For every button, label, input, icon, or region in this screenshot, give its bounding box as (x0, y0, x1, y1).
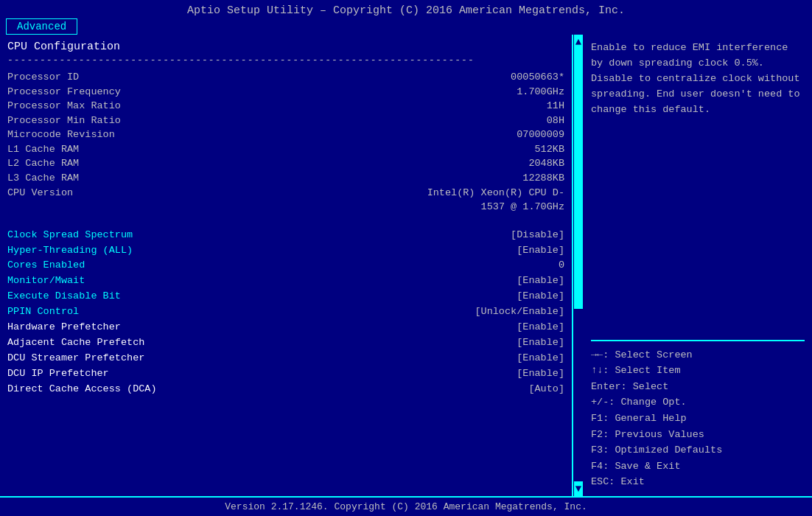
clock-spread-label: Clock Spread Spectrum (7, 228, 214, 243)
hw-prefetcher-row[interactable]: Hardware Prefetcher [Enable] (7, 320, 564, 335)
l2-cache-value: 2048KB (528, 156, 564, 171)
cpu-version-row: CPU Version Intel(R) Xeon(R) CPU D-1537 … (7, 186, 564, 215)
bottom-bar: Version 2.17.1246. Copyright (C) 2016 Am… (0, 496, 812, 516)
processor-max-value: 11H (547, 99, 564, 114)
tab-row: Advanced (0, 17, 812, 35)
dcu-ip-label: DCU IP Prefetcher (7, 366, 214, 382)
l1-cache-value: 512KB (534, 142, 564, 157)
adj-cache-row[interactable]: Adjacent Cache Prefetch [Enable] (7, 335, 564, 351)
cores-enabled-row[interactable]: Cores Enabled 0 (7, 258, 564, 273)
l3-cache-row: L3 Cache RAM 12288KB (7, 171, 564, 186)
clock-spread-value: [Disable] (511, 228, 564, 243)
scroll-up-button[interactable]: ▲ (574, 35, 583, 49)
hyper-threading-row[interactable]: Hyper-Threading (ALL) [Enable] (7, 243, 564, 259)
key-esc: ESC: Exit (591, 474, 805, 490)
processor-min-value: 08H (547, 114, 564, 128)
title-bar: Aptio Setup Utility – Copyright (C) 2016… (0, 0, 812, 17)
dcu-streamer-label: DCU Streamer Prefetcher (7, 351, 214, 366)
cores-enabled-value: 0 (559, 258, 564, 273)
separator: ----------------------------------------… (7, 55, 564, 66)
l3-cache-label: L3 Cache RAM (7, 171, 155, 186)
key-f1: F1: General Help (591, 411, 805, 427)
hyper-threading-label: Hyper-Threading (ALL) (7, 243, 214, 259)
monitor-mwait-value: [Enable] (517, 273, 564, 289)
direct-cache-value: [Auto] (528, 382, 564, 397)
l2-cache-label: L2 Cache RAM (7, 156, 155, 171)
execute-disable-row[interactable]: Execute Disable Bit [Enable] (7, 289, 564, 304)
adj-cache-label: Adjacent Cache Prefetch (7, 335, 214, 351)
title-text: Aptio Setup Utility – Copyright (C) 2016… (187, 4, 625, 17)
processor-max-row: Processor Max Ratio 11H (7, 99, 564, 114)
ppin-control-row[interactable]: PPIN Control [Unlock/Enable] (7, 304, 564, 320)
cpu-version-value: Intel(R) Xeon(R) CPU D-1537 @ 1.70GHz (427, 186, 564, 215)
microcode-value: 07000009 (517, 128, 564, 142)
l1-cache-label: L1 Cache RAM (7, 142, 155, 157)
key-f3: F3: Optimized Defaults (591, 442, 805, 459)
key-f4: F4: Save & Exit (591, 459, 805, 475)
ppin-control-label: PPIN Control (7, 304, 214, 320)
scrollbar[interactable]: ▲ ▼ (573, 35, 584, 496)
processor-freq-value: 1.700GHz (517, 85, 564, 100)
key-enter: Enter: Select (591, 379, 805, 395)
cpu-version-label: CPU Version (7, 186, 155, 201)
cores-enabled-label: Cores Enabled (7, 258, 214, 273)
scroll-thumb[interactable] (574, 49, 583, 309)
left-panel: CPU Configuration ----------------------… (0, 35, 573, 496)
dcu-streamer-value: [Enable] (517, 351, 564, 366)
processor-freq-row: Processor Frequency 1.700GHz (7, 85, 564, 100)
bottom-text: Version 2.17.1246. Copyright (C) 2016 Am… (225, 501, 587, 512)
key-select-item: ↑↓: Select Item (591, 363, 805, 379)
execute-disable-label: Execute Disable Bit (7, 289, 214, 304)
clock-spread-row[interactable]: Clock Spread Spectrum [Disable] (7, 228, 564, 243)
right-panel: Enable to reduce EMI interference by dow… (584, 35, 812, 496)
ppin-control-value: [Unlock/Enable] (475, 304, 564, 320)
scroll-track (574, 49, 583, 481)
l3-cache-value: 12288KB (522, 171, 564, 186)
monitor-mwait-row[interactable]: Monitor/Mwait [Enable] (7, 273, 564, 289)
processor-freq-label: Processor Frequency (7, 85, 155, 100)
hyper-threading-value: [Enable] (517, 243, 564, 259)
microcode-label: Microcode Revision (7, 128, 155, 142)
help-text: Enable to reduce EMI interference by dow… (591, 41, 805, 118)
hw-prefetcher-label: Hardware Prefetcher (7, 320, 214, 335)
adj-cache-value: [Enable] (517, 335, 564, 351)
key-select-screen: →←: Select Screen (591, 347, 805, 363)
tab-advanced[interactable]: Advanced (6, 18, 77, 35)
key-help: →←: Select Screen ↑↓: Select Item Enter:… (591, 340, 805, 490)
processor-id-row: Processor ID 00050663* (7, 70, 564, 85)
dcu-ip-row[interactable]: DCU IP Prefetcher [Enable] (7, 366, 564, 382)
key-change-opt: +/-: Change Opt. (591, 394, 805, 411)
scroll-down-button[interactable]: ▼ (574, 481, 583, 496)
dcu-streamer-row[interactable]: DCU Streamer Prefetcher [Enable] (7, 351, 564, 366)
processor-min-label: Processor Min Ratio (7, 114, 155, 128)
monitor-mwait-label: Monitor/Mwait (7, 273, 214, 289)
processor-min-row: Processor Min Ratio 08H (7, 114, 564, 128)
processor-id-value: 00050663* (511, 70, 564, 85)
execute-disable-value: [Enable] (517, 289, 564, 304)
microcode-row: Microcode Revision 07000009 (7, 128, 564, 142)
screen: Aptio Setup Utility – Copyright (C) 2016… (0, 0, 812, 516)
dcu-ip-value: [Enable] (517, 366, 564, 382)
l1-cache-row: L1 Cache RAM 512KB (7, 142, 564, 157)
key-f2: F2: Previous Values (591, 427, 805, 443)
direct-cache-row[interactable]: Direct Cache Access (DCA) [Auto] (7, 382, 564, 397)
direct-cache-label: Direct Cache Access (DCA) (7, 382, 214, 397)
content-area: CPU Configuration ----------------------… (0, 35, 812, 496)
processor-id-label: Processor ID (7, 70, 155, 85)
section-title: CPU Configuration (7, 41, 564, 53)
hw-prefetcher-value: [Enable] (517, 320, 564, 335)
l2-cache-row: L2 Cache RAM 2048KB (7, 156, 564, 171)
processor-max-label: Processor Max Ratio (7, 99, 155, 114)
